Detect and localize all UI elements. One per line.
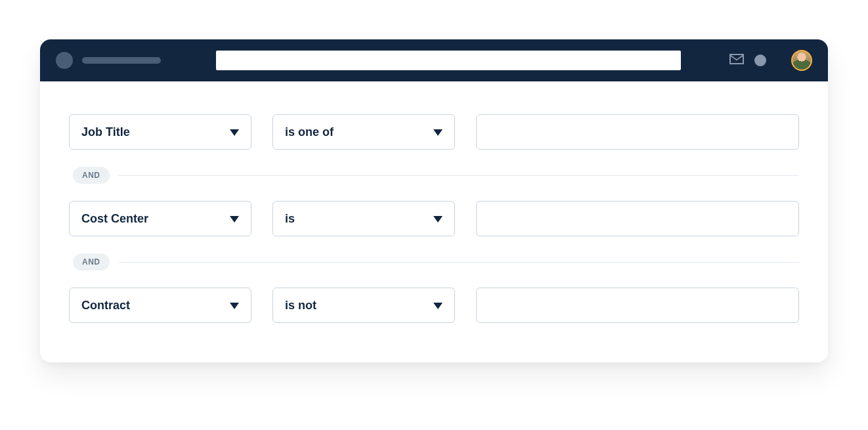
field-select-label: Cost Center (81, 212, 148, 226)
brand-name-placeholder (82, 57, 161, 64)
mail-icon[interactable] (729, 54, 744, 67)
brand-logo-icon (56, 52, 73, 69)
connector: AND (69, 167, 799, 184)
connector: AND (69, 253, 799, 270)
field-select[interactable]: Contract (69, 288, 251, 323)
operator-select[interactable]: is not (272, 288, 455, 323)
field-select-label: Job Title (81, 125, 130, 139)
chevron-down-icon (433, 125, 443, 139)
top-bar (40, 39, 828, 81)
chevron-down-icon (433, 212, 443, 226)
search-input[interactable] (216, 51, 681, 70)
chevron-down-icon (230, 125, 239, 139)
value-input[interactable] (476, 114, 799, 150)
field-select[interactable]: Job Title (69, 114, 251, 150)
chevron-down-icon (230, 299, 239, 312)
connector-line (119, 175, 800, 176)
value-input[interactable] (476, 201, 799, 236)
chevron-down-icon (433, 299, 443, 312)
connector-label: AND (73, 167, 110, 184)
connector-label: AND (73, 253, 110, 270)
rule-builder: Job Title is one of AND Cost Center (40, 81, 828, 362)
rule-row: Job Title is one of (69, 114, 799, 150)
app-window: Job Title is one of AND Cost Center (40, 39, 828, 362)
field-select-label: Contract (81, 299, 130, 312)
operator-select-label: is one of (285, 125, 334, 139)
rule-row: Contract is not (69, 288, 799, 323)
rule-row: Cost Center is (69, 201, 799, 236)
operator-select-label: is not (285, 299, 316, 312)
avatar[interactable] (791, 50, 812, 71)
operator-select[interactable]: is one of (272, 114, 455, 150)
operator-select[interactable]: is (272, 201, 455, 236)
chevron-down-icon (230, 212, 239, 226)
operator-select-label: is (285, 212, 295, 226)
connector-line (119, 262, 800, 263)
value-input[interactable] (476, 288, 799, 323)
status-dot-icon[interactable] (754, 54, 766, 66)
apps-icon[interactable] (777, 60, 781, 62)
header-icons (729, 50, 812, 71)
field-select[interactable]: Cost Center (69, 201, 251, 236)
